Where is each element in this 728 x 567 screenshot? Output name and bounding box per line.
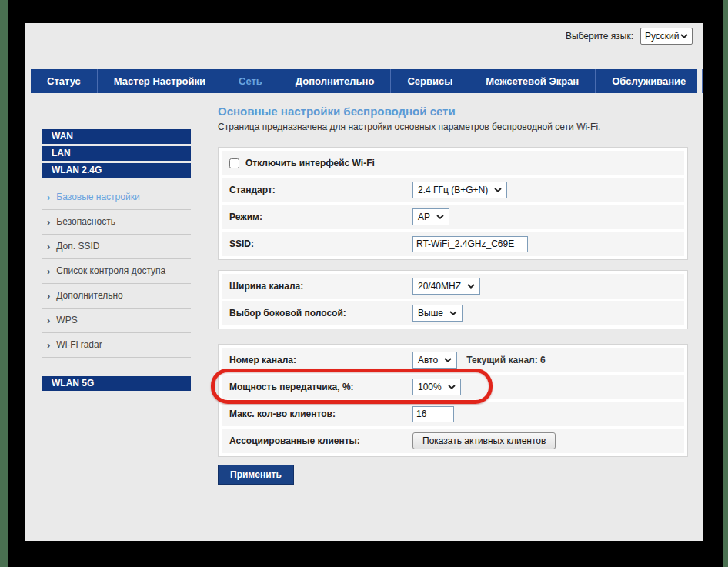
channel-width-select[interactable]: 20/40MHZ: [412, 278, 480, 295]
submenu-arrow-icon: ›: [47, 266, 50, 276]
row-associated-clients: Ассоциированные клиенты: Показать активн…: [222, 429, 684, 453]
chevron-down-icon: [467, 284, 475, 289]
sideband-label: Выбор боковой полосой:: [222, 308, 412, 319]
sidebar-item-label: Базовые настройки: [56, 185, 139, 209]
submenu-arrow-icon: ›: [47, 217, 50, 227]
sidebar-item-label: Список контроля доступа: [56, 259, 165, 283]
sidebar-header-wlan5g[interactable]: WLAN 5G: [42, 376, 191, 391]
ssid-input[interactable]: [412, 236, 528, 252]
apply-button[interactable]: Применить: [218, 465, 294, 485]
sidebar-item-basic-settings[interactable]: › Базовые настройки: [42, 185, 191, 210]
sidebar-item-label: WPS: [56, 309, 77, 332]
language-bar: Выберите язык: Русский: [566, 28, 693, 45]
max-clients-input[interactable]: [412, 406, 454, 422]
nav-item-network[interactable]: Сеть: [222, 69, 279, 93]
panel-channel: Номер канала: Авто Текущий канал: 6 Мощн…: [218, 344, 688, 457]
page-description: Страница предназначена для настройки осн…: [218, 122, 600, 132]
sidebar-item-label: Безопасность: [56, 210, 115, 234]
submenu-arrow-icon: ›: [47, 340, 50, 350]
sidebar-item-additional-ssid[interactable]: › Доп. SSID: [42, 235, 191, 259]
chevron-down-icon: [680, 34, 688, 38]
sidebar-item-label: Wi-Fi radar: [56, 333, 102, 357]
row-ssid: SSID:: [222, 232, 684, 256]
chevron-down-icon: [448, 385, 456, 389]
screen-edge-left: [0, 0, 8, 567]
language-select[interactable]: Русский: [640, 28, 693, 45]
channel-number-select[interactable]: Авто: [412, 352, 457, 369]
channel-width-label: Ширина канала:: [222, 281, 412, 292]
associated-clients-label: Ассоциированные клиенты:: [222, 435, 412, 446]
router-admin-page: Выберите язык: Русский Статус Мастер Нас…: [25, 23, 703, 541]
sidebar-menu: › Базовые настройки › Безопасность › Доп…: [42, 185, 191, 358]
sidebar-header-wlan24g[interactable]: WLAN 2.4G: [42, 163, 191, 178]
disable-wifi-label: Отключить интерфейс Wi-Fi: [222, 158, 375, 168]
nav-item-status[interactable]: Статус: [31, 69, 98, 93]
page-title: Основные настройки беспроводной сети: [218, 105, 456, 118]
chevron-down-icon: [436, 215, 444, 219]
sideband-select-value: Выше: [418, 308, 443, 319]
row-standard: Стандарт: 2.4 ГГц (B+G+N): [222, 178, 684, 202]
channel-number-select-value: Авто: [418, 355, 438, 365]
sidebar-item-security[interactable]: › Безопасность: [42, 210, 191, 235]
sidebar: WAN LAN WLAN 2.4G › Базовые настройки › …: [42, 129, 191, 393]
max-clients-label: Макс. кол-во клиентов:: [222, 409, 412, 419]
disable-wifi-checkbox[interactable]: [229, 158, 239, 168]
nav-item-wizard[interactable]: Мастер Настройки: [98, 69, 222, 93]
chevron-down-icon: [444, 358, 452, 362]
standard-select[interactable]: 2.4 ГГц (B+G+N): [412, 182, 507, 198]
nav-item-maintenance[interactable]: Обслуживание: [596, 69, 703, 93]
nav-item-services[interactable]: Сервисы: [391, 69, 469, 93]
sidebar-item-access-control[interactable]: › Список контроля доступа: [42, 259, 191, 284]
language-label: Выберите язык:: [566, 31, 633, 42]
panel-basic: Отключить интерфейс Wi-Fi Стандарт: 2.4 …: [218, 147, 688, 260]
submenu-arrow-icon: ›: [47, 291, 50, 301]
chevron-down-icon: [494, 188, 502, 192]
row-tx-power: Мощность передатчика, %: 100%: [222, 375, 684, 399]
row-disable-wifi: Отключить интерфейс Wi-Fi: [222, 151, 684, 175]
row-mode: Режим: AP: [222, 205, 684, 229]
screen-edge-right: [723, 0, 728, 567]
sidebar-item-wps[interactable]: › WPS: [42, 309, 191, 333]
mode-select-value: AP: [418, 212, 430, 222]
sideband-select[interactable]: Выше: [412, 305, 463, 322]
sidebar-item-label: Дополнительно: [56, 284, 122, 308]
nav-item-advanced[interactable]: Дополнительно: [279, 69, 392, 93]
tx-power-select[interactable]: 100%: [412, 379, 461, 395]
standard-label: Стандарт:: [222, 185, 412, 195]
row-max-clients: Макс. кол-во клиентов:: [222, 402, 684, 426]
disable-wifi-text: Отключить интерфейс Wi-Fi: [245, 158, 375, 168]
current-channel-note: Текущий канал: 6: [466, 355, 546, 365]
mode-select[interactable]: AP: [412, 208, 449, 225]
nav-item-firewall[interactable]: Межсетевой Экран: [469, 69, 596, 93]
chevron-down-icon: [449, 311, 457, 315]
sidebar-item-wifi-radar[interactable]: › Wi-Fi radar: [42, 333, 191, 358]
language-select-value: Русский: [645, 31, 680, 42]
channel-width-select-value: 20/40MHZ: [418, 281, 461, 292]
channel-number-label: Номер канала:: [222, 355, 412, 365]
row-channel-width: Ширина канала: 20/40MHZ: [222, 274, 684, 299]
top-nav: Статус Мастер Настройки Сеть Дополнитель…: [31, 69, 697, 93]
sidebar-item-label: Доп. SSID: [56, 235, 99, 258]
tx-power-select-value: 100%: [418, 382, 442, 392]
tx-power-label: Мощность передатчика, %:: [222, 382, 412, 392]
show-clients-button[interactable]: Показать активных клиентов: [412, 432, 556, 449]
sidebar-header-wan[interactable]: WAN: [42, 129, 191, 144]
sidebar-header-lan[interactable]: LAN: [42, 146, 191, 161]
row-sideband: Выбор боковой полосой: Выше: [222, 301, 684, 325]
submenu-arrow-icon: ›: [47, 315, 50, 325]
ssid-label: SSID:: [222, 238, 412, 249]
standard-select-value: 2.4 ГГц (B+G+N): [418, 185, 488, 195]
mode-label: Режим:: [222, 212, 412, 222]
row-channel-number: Номер канала: Авто Текущий канал: 6: [222, 348, 684, 372]
submenu-arrow-icon: ›: [47, 242, 50, 252]
panel-channel-width: Ширина канала: 20/40MHZ Выбор боковой по…: [218, 270, 688, 329]
sidebar-item-advanced[interactable]: › Дополнительно: [42, 284, 191, 309]
submenu-arrow-icon: ›: [47, 192, 50, 202]
